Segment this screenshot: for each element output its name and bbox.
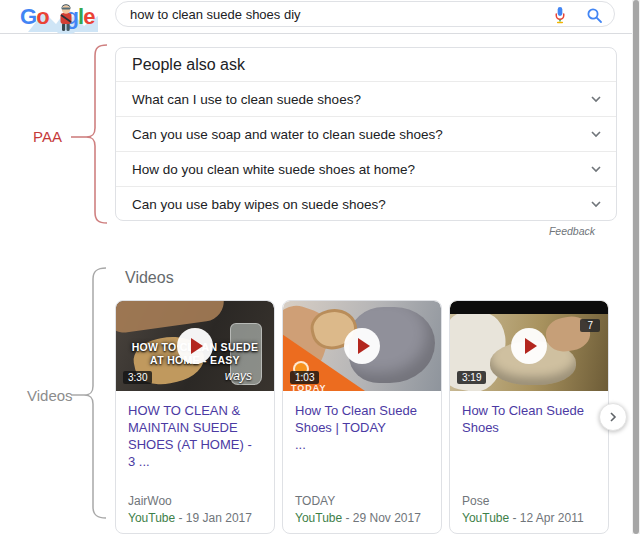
paa-question-text: What can I use to clean suede shoes?	[132, 92, 361, 107]
meta-separator: -	[179, 511, 183, 525]
video-channel: Pose	[462, 494, 489, 508]
video-source: YouTube	[295, 511, 342, 525]
logo-letter-o: o	[36, 4, 48, 29]
video-source: YouTube	[128, 511, 175, 525]
playlist-count-badge: 7	[580, 319, 600, 332]
video-card[interactable]: TODAY 1:03 How To Clean Suede Shoes | TO…	[282, 300, 442, 534]
paa-question-text: Can you use soap and water to clean sued…	[132, 127, 443, 142]
play-button-icon[interactable]	[511, 328, 547, 364]
video-thumbnail[interactable]: 7 3:19	[450, 301, 608, 391]
video-date: 29 Nov 2017	[353, 511, 421, 525]
search-header: Gogle	[0, 0, 640, 34]
video-duration-badge: 3:30	[123, 371, 152, 384]
scrollbar-thumb[interactable]	[633, 0, 639, 534]
skier-character-icon	[56, 3, 76, 34]
video-thumbnail[interactable]: TODAY 1:03	[283, 301, 441, 391]
video-card[interactable]: HOW TO CLEAN SUEDE AT HOME - EASY ways 3…	[115, 300, 275, 534]
chevron-down-icon[interactable]	[590, 93, 602, 105]
video-source: YouTube	[462, 511, 509, 525]
video-meta: YouTube - 29 Nov 2017	[295, 511, 421, 525]
videos-section-heading: Videos	[125, 269, 174, 287]
chevron-right-icon	[607, 411, 619, 423]
google-search-results-page: Gogle	[0, 0, 640, 534]
feedback-link[interactable]: Feedback	[115, 225, 595, 237]
thumbnail-letterbox-bar	[450, 301, 608, 314]
video-thumbnail[interactable]: HOW TO CLEAN SUEDE AT HOME - EASY ways 3…	[116, 301, 274, 391]
paa-question-row[interactable]: Can you use baby wipes on suede shoes?	[116, 187, 616, 221]
chevron-down-icon[interactable]	[590, 198, 602, 210]
google-logo-doodle[interactable]: Gogle	[20, 2, 106, 33]
people-also-ask-title: People also ask	[116, 48, 616, 82]
annotation-paa-brace	[60, 44, 112, 228]
video-card[interactable]: 7 3:19 How To Clean Suede Shoes Pose You…	[449, 300, 609, 534]
paa-question-text: How do you clean white suede shoes at ho…	[132, 162, 415, 177]
play-button-icon[interactable]	[177, 328, 213, 364]
video-title-link[interactable]: How To Clean Suede Shoes	[450, 391, 608, 436]
meta-separator: -	[513, 511, 517, 525]
thumbnail-caption-script: ways	[225, 369, 252, 383]
chevron-down-icon[interactable]	[590, 163, 602, 175]
video-channel: TODAY	[295, 494, 335, 508]
paa-question-row[interactable]: Can you use soap and water to clean sued…	[116, 117, 616, 152]
voice-search-mic-icon[interactable]	[550, 5, 570, 25]
meta-separator: -	[346, 511, 350, 525]
logo-letter-e: e	[83, 4, 94, 29]
today-brand-text: TODAY	[291, 383, 327, 391]
title-ellipsis: ...	[295, 437, 306, 452]
people-also-ask-card: People also ask What can I use to clean …	[115, 47, 617, 221]
video-meta: YouTube - 12 Apr 2011	[462, 511, 584, 525]
search-input[interactable]	[130, 2, 530, 26]
chevron-down-icon[interactable]	[590, 128, 602, 140]
video-date: 19 Jan 2017	[186, 511, 252, 525]
logo-letter-g: G	[20, 4, 36, 29]
video-meta: YouTube - 19 Jan 2017	[128, 511, 252, 525]
video-title-link[interactable]: How To Clean Suede Shoes | TODAY...	[283, 391, 441, 453]
video-title-link[interactable]: HOW TO CLEAN & MAINTAIN SUEDE SHOES (AT …	[116, 391, 274, 470]
paa-question-row[interactable]: How do you clean white suede shoes at ho…	[116, 152, 616, 187]
play-button-icon[interactable]	[344, 328, 380, 364]
video-date: 12 Apr 2011	[520, 511, 584, 525]
search-submit-icon[interactable]	[584, 5, 604, 25]
page-scrollbar[interactable]	[632, 0, 640, 534]
thumbnail-arm-shape	[116, 301, 226, 335]
video-duration-badge: 1:03	[290, 371, 319, 384]
annotation-videos-brace	[60, 264, 112, 524]
search-bar[interactable]	[115, 1, 615, 27]
carousel-next-button[interactable]	[599, 403, 627, 431]
video-duration-badge: 3:19	[457, 371, 486, 384]
paa-question-text: Can you use baby wipes on suede shoes?	[132, 197, 386, 212]
annotation-paa-label: PAA	[33, 128, 62, 145]
video-channel: JairWoo	[128, 494, 172, 508]
paa-question-row[interactable]: What can I use to clean suede shoes?	[116, 82, 616, 117]
